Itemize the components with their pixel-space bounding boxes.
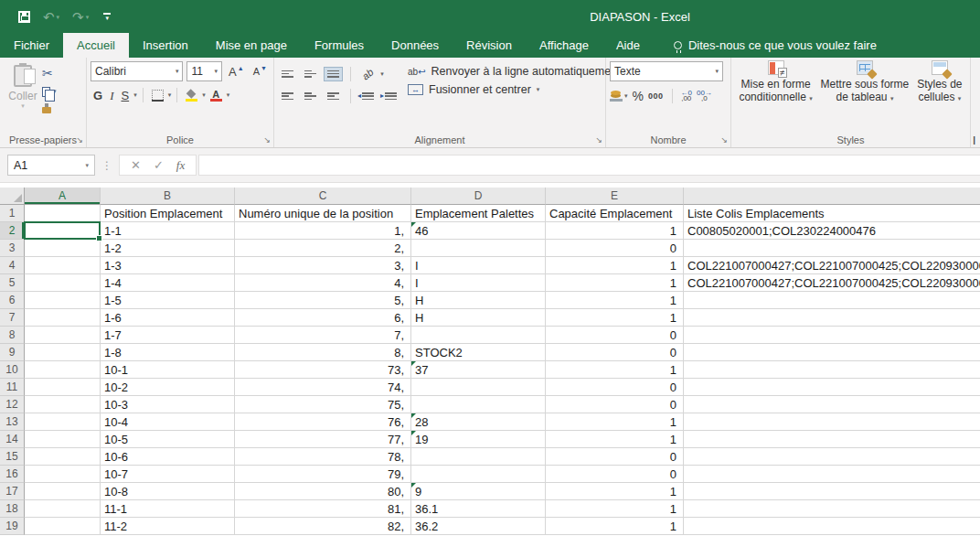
column-header-c[interactable]: C <box>235 188 411 205</box>
clipboard-dialog-launcher[interactable]: ↘ <box>76 136 83 145</box>
cell-B1[interactable]: Position Emplacement <box>101 205 235 222</box>
format-painter-button[interactable] <box>42 103 57 116</box>
tab-fichier[interactable]: Fichier <box>0 33 63 58</box>
cell-E12[interactable]: 0 <box>546 396 684 413</box>
column-header-b[interactable]: B <box>101 188 235 205</box>
cell-D15[interactable] <box>411 448 546 466</box>
row-header-2[interactable]: 2 <box>0 222 25 240</box>
cell-B13[interactable]: 10-4 <box>101 413 235 431</box>
row-header-7[interactable]: 7 <box>0 309 25 327</box>
align-left-button[interactable] <box>278 89 297 103</box>
cell-D16[interactable] <box>411 466 546 483</box>
cell-A11[interactable] <box>25 379 101 396</box>
cell-E19[interactable]: 1 <box>546 518 684 535</box>
cell-A14[interactable] <box>25 431 101 448</box>
customize-quick-access-button[interactable]: ▾ <box>103 13 111 20</box>
tell-me-search[interactable]: Dites-nous ce que vous voulez faire <box>674 33 877 58</box>
number-dialog-launcher[interactable]: ↘ <box>720 136 728 145</box>
cell-A16[interactable] <box>25 466 101 483</box>
font-dialog-launcher[interactable]: ↘ <box>263 136 271 145</box>
cell-A15[interactable] <box>25 448 101 466</box>
cell-E10[interactable]: 1 <box>546 361 684 379</box>
percent-style-button[interactable]: % <box>633 89 644 103</box>
cell-B4[interactable]: 1-3 <box>101 257 235 274</box>
row-header-6[interactable]: 6 <box>0 292 25 309</box>
bold-button[interactable]: G <box>91 90 105 102</box>
conditional-formatting-button[interactable]: Mise en forme conditionnelle ▾ <box>739 60 812 131</box>
decrease-font-button[interactable]: A▼ <box>250 67 270 77</box>
cell-E3[interactable]: 0 <box>546 240 684 257</box>
align-bottom-button[interactable] <box>324 67 343 81</box>
cell-B16[interactable]: 10-7 <box>101 466 235 483</box>
cell-D2[interactable]: 46 <box>411 222 546 240</box>
cell-D12[interactable] <box>411 396 546 413</box>
cell-F14[interactable] <box>684 431 980 448</box>
cell-E9[interactable]: 0 <box>546 344 684 361</box>
alignment-dialog-launcher[interactable]: ↘ <box>595 136 602 145</box>
cell-C5[interactable]: 4, <box>235 274 411 292</box>
cell-D4[interactable]: I <box>411 257 546 274</box>
tab-formules[interactable]: Formules <box>301 33 378 58</box>
cell-E1[interactable]: Capacité Emplacement <box>546 205 684 222</box>
insert-function-button[interactable]: fx <box>176 158 185 173</box>
row-header-8[interactable]: 8 <box>0 327 25 344</box>
cell-B2[interactable]: 1-1 <box>101 222 235 240</box>
cell-A9[interactable] <box>25 344 101 361</box>
chevron-down-icon[interactable]: ▾ <box>227 91 230 99</box>
cell-F11[interactable] <box>684 379 980 396</box>
cell-B9[interactable]: 1-8 <box>101 344 235 361</box>
cell-B3[interactable]: 1-2 <box>101 240 235 257</box>
merge-center-button[interactable]: ↔ Fusionner et centrer ▾ <box>408 83 621 96</box>
cell-B18[interactable]: 11-1 <box>101 500 235 518</box>
enter-button[interactable]: ✓ <box>154 158 164 172</box>
row-header-1[interactable]: 1 <box>0 205 25 222</box>
cell-C18[interactable]: 81, <box>235 500 411 518</box>
cancel-button[interactable]: ✕ <box>131 158 141 172</box>
cell-E8[interactable]: 0 <box>546 327 684 344</box>
cell-F13[interactable] <box>684 413 980 431</box>
cell-F1[interactable]: Liste Colis Emplacements <box>684 205 980 222</box>
column-header-a[interactable]: A <box>25 188 101 205</box>
cell-C19[interactable]: 82, <box>235 518 411 535</box>
formula-input[interactable] <box>198 155 980 176</box>
font-color-button[interactable]: A <box>208 90 225 102</box>
cell-C4[interactable]: 3, <box>235 257 411 274</box>
increase-decimal-button[interactable]: ←0,00 <box>681 91 692 102</box>
cell-F8[interactable] <box>684 327 980 344</box>
cell-A10[interactable] <box>25 361 101 379</box>
cell-E6[interactable]: 1 <box>546 292 684 309</box>
cell-E18[interactable]: 1 <box>546 500 684 518</box>
cell-styles-button[interactable]: Styles de cellules ▾ <box>917 60 962 131</box>
cell-B10[interactable]: 10-1 <box>101 361 235 379</box>
cell-C11[interactable]: 74, <box>235 379 411 396</box>
cell-C10[interactable]: 73, <box>235 361 411 379</box>
decrease-decimal-button[interactable]: 00→,0 <box>697 91 712 102</box>
row-header-10[interactable]: 10 <box>0 361 25 379</box>
cell-E11[interactable]: 0 <box>546 379 684 396</box>
cell-A5[interactable] <box>25 274 101 292</box>
cell-C8[interactable]: 7, <box>235 327 411 344</box>
align-top-button[interactable] <box>278 67 297 81</box>
row-header-17[interactable]: 17 <box>0 483 25 500</box>
cell-C9[interactable]: 8, <box>235 344 411 361</box>
cell-D17[interactable]: 9 <box>411 483 546 500</box>
cell-D9[interactable]: STOCK2 <box>411 344 546 361</box>
cell-F4[interactable]: COL221007000427;COL221007000425;COL22093… <box>684 257 980 274</box>
tab-donnees[interactable]: Données <box>378 33 453 58</box>
cell-A7[interactable] <box>25 309 101 327</box>
cell-E13[interactable]: 1 <box>546 413 684 431</box>
decrease-indent-button[interactable]: ◂ <box>358 89 378 103</box>
increase-indent-button[interactable]: ▸ <box>381 89 400 103</box>
cell-B5[interactable]: 1-4 <box>101 274 235 292</box>
cell-D13[interactable]: 28 <box>411 413 546 431</box>
cell-B6[interactable]: 1-5 <box>101 292 235 309</box>
row-header-3[interactable]: 3 <box>0 240 25 257</box>
row-header-16[interactable]: 16 <box>0 466 25 483</box>
cell-B14[interactable]: 10-5 <box>101 431 235 448</box>
cell-C14[interactable]: 77, <box>235 431 411 448</box>
cell-F6[interactable] <box>684 292 980 309</box>
paste-button[interactable]: Coller ▾ <box>4 61 42 131</box>
align-center-button[interactable] <box>301 89 320 103</box>
cell-C3[interactable]: 2, <box>235 240 411 257</box>
cell-F12[interactable] <box>684 396 980 413</box>
